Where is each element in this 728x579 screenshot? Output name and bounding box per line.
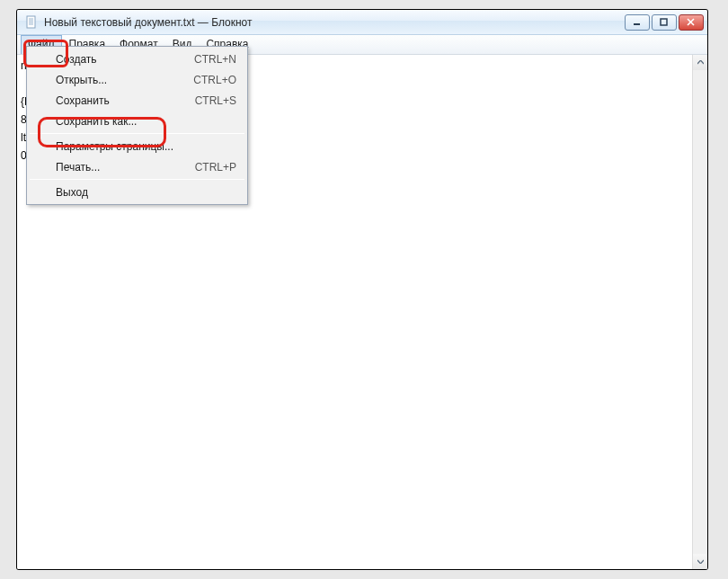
menu-item-print[interactable]: Печать... CTRL+P <box>29 156 245 177</box>
menu-item-new[interactable]: Создать CTRL+N <box>29 49 245 69</box>
menu-item-save-as[interactable]: Сохранить как... <box>29 111 245 131</box>
chevron-up-icon <box>697 60 704 65</box>
document-icon <box>24 15 39 30</box>
scroll-down-button[interactable] <box>693 554 707 569</box>
file-menu-dropdown: Создать CTRL+N Открыть... CTRL+O Сохрани… <box>26 46 248 205</box>
maximize-button[interactable] <box>652 14 677 31</box>
maximize-icon <box>660 18 669 27</box>
menu-item-exit[interactable]: Выход <box>29 182 245 202</box>
scroll-up-button[interactable] <box>693 55 707 70</box>
menu-item-open[interactable]: Открыть... CTRL+O <box>29 69 245 90</box>
titlebar[interactable]: Новый текстовый документ.txt — Блокнот <box>17 10 707 35</box>
menu-item-shortcut: CTRL+N <box>194 53 236 66</box>
menu-item-save[interactable]: Сохранить CTRL+S <box>29 90 245 111</box>
menu-item-label: Открыть... <box>56 74 193 86</box>
window-controls <box>625 14 704 31</box>
close-button[interactable] <box>679 14 704 31</box>
minimize-icon <box>633 18 642 27</box>
menu-item-label: Создать <box>56 53 194 66</box>
svg-rect-6 <box>661 19 667 25</box>
menu-item-label: Печать... <box>56 161 195 174</box>
menu-item-shortcut: CTRL+S <box>195 94 236 107</box>
close-icon <box>687 18 696 27</box>
menu-separator <box>30 179 244 180</box>
chevron-down-icon <box>697 559 704 564</box>
menu-item-label: Сохранить <box>56 94 195 107</box>
window-title: Новый текстовый документ.txt — Блокнот <box>42 16 625 29</box>
menu-item-shortcut: CTRL+P <box>195 161 236 174</box>
menu-item-label: Параметры страницы... <box>56 140 236 153</box>
vertical-scrollbar[interactable] <box>692 55 707 569</box>
menu-separator <box>30 133 244 134</box>
menu-item-page-setup[interactable]: Параметры страницы... <box>29 136 245 156</box>
menu-item-label: Выход <box>56 186 236 199</box>
menu-item-label: Сохранить как... <box>56 115 236 128</box>
menu-item-shortcut: CTRL+O <box>193 74 236 86</box>
minimize-button[interactable] <box>625 14 650 31</box>
